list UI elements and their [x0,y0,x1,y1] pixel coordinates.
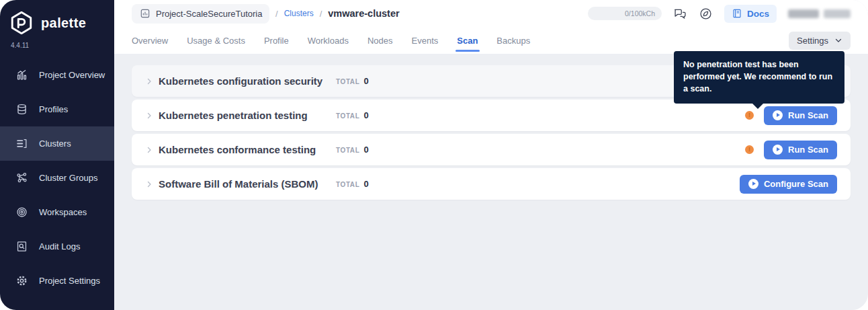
app-version: 4.4.11 [0,36,114,49]
sidebar-item-label: Clusters [39,139,71,149]
run-scan-button[interactable]: Run Scan [764,141,837,159]
sidebar-item-label: Workspaces [39,207,87,217]
sidebar-item-profiles[interactable]: Profiles [0,92,114,126]
scan-row-total: TOTAL 0 [336,76,369,86]
configure-scan-label: Configure Scan [764,179,828,189]
chevron-right-icon[interactable] [145,180,153,188]
play-icon [773,110,783,120]
total-value: 0 [363,179,368,189]
warning-icon[interactable]: ! [745,111,754,120]
tab-bar: Overview Usage & Costs Profile Workloads… [114,27,868,54]
total-value: 0 [363,76,368,86]
sidebar-nav: Project Overview Profiles [0,58,114,298]
breadcrumb-clusters-link[interactable]: Clusters [284,9,314,18]
total-label: TOTAL [336,181,359,188]
topbar: Project-ScaleSecureTutoria / Clusters / … [114,0,868,54]
run-scan-button[interactable]: Run Scan [764,106,837,125]
tab-overview[interactable]: Overview [132,27,168,54]
total-value: 0 [363,110,368,120]
book-icon [732,8,742,19]
tab-profile[interactable]: Profile [264,27,289,54]
header-actions: 0/100kCh [588,5,851,23]
play-icon [773,145,783,155]
breadcrumb-separator: / [320,9,322,19]
scan-row-penetration-testing: Kubernetes penetration testing TOTAL 0 !… [132,100,851,131]
mini-chart-icon [140,8,150,19]
tab-backups[interactable]: Backups [496,27,530,54]
cluster-tabs: Overview Usage & Costs Profile Workloads… [132,27,530,54]
sidebar-item-workspaces[interactable]: Workspaces [0,195,114,229]
scan-row-title: Kubernetes configuration security [159,75,336,87]
brand-name: palette [41,15,86,31]
sidebar: palette 4.4.11 Project Overview [0,0,114,310]
chevron-right-icon[interactable] [145,112,153,120]
play-icon [748,179,758,189]
run-scan-label: Run Scan [788,110,828,120]
doc-search-icon [15,240,28,254]
main-area: Project-ScaleSecureTutoria / Clusters / … [114,0,868,310]
scan-row-conformance-testing: Kubernetes conformance testing TOTAL 0 !… [132,134,851,165]
sidebar-item-clusters[interactable]: Clusters [0,126,114,161]
sidebar-item-label: Audit Logs [39,241,80,251]
brand: palette [0,0,114,36]
sidebar-item-audit-logs[interactable]: Audit Logs [0,229,114,264]
docs-button[interactable]: Docs [724,5,777,23]
usage-meter-value: 0/100kCh [625,9,655,17]
redacted-block [824,9,851,18]
tab-events[interactable]: Events [412,27,439,54]
app-window: palette 4.4.11 Project Overview [0,0,868,310]
scan-row-sbom: Software Bill of Materials (SBOM) TOTAL … [132,168,851,200]
scan-row-title: Software Bill of Materials (SBOM) [159,178,336,190]
redacted-block [788,9,819,18]
sidebar-item-label: Project Settings [39,276,100,286]
sidebar-item-project-settings[interactable]: Project Settings [0,264,114,298]
chat-icon[interactable] [673,7,687,21]
tab-workloads[interactable]: Workloads [308,27,349,54]
chevron-right-icon[interactable] [145,146,153,154]
tab-nodes[interactable]: Nodes [367,27,393,54]
penetration-test-tooltip: No penetration test has been performed y… [674,51,844,104]
total-label: TOTAL [336,112,359,120]
settings-button[interactable]: Settings [789,32,851,50]
total-label: TOTAL [336,78,359,85]
bar-chart-icon [15,69,28,82]
scan-row-title: Kubernetes conformance testing [159,144,336,155]
settings-label: Settings [797,36,828,46]
scan-row-total: TOTAL 0 [336,145,369,155]
project-name: Project-ScaleSecureTutoria [156,9,262,19]
docs-label: Docs [747,9,769,19]
redacted-user-info [788,9,851,18]
scan-row-total: TOTAL 0 [336,179,369,189]
sidebar-item-cluster-groups[interactable]: Cluster Groups [0,161,114,195]
network-icon [15,171,28,185]
total-value: 0 [363,145,368,155]
sidebar-item-label: Project Overview [39,70,105,80]
sidebar-item-label: Profiles [39,104,68,114]
target-icon [15,206,28,219]
chevron-right-icon[interactable] [145,77,153,85]
sidebar-item-project-overview[interactable]: Project Overview [0,58,114,92]
scan-row-title: Kubernetes penetration testing [159,110,336,121]
gear-icon [15,274,28,288]
cluster-list-icon [15,137,28,151]
tooltip-text: No penetration test has been performed y… [683,60,832,93]
configure-scan-button[interactable]: Configure Scan [740,175,837,194]
run-scan-label: Run Scan [788,145,828,155]
scan-row-total: TOTAL 0 [336,110,369,120]
tab-usage-costs[interactable]: Usage & Costs [187,27,245,54]
palette-logo-icon [9,10,34,36]
project-selector[interactable]: Project-ScaleSecureTutoria [132,4,269,24]
total-label: TOTAL [336,147,359,154]
chevron-down-icon [834,36,842,44]
tab-scan[interactable]: Scan [457,27,478,54]
compass-icon[interactable] [699,7,713,21]
usage-meter: 0/100kCh [588,7,662,20]
breadcrumb-separator: / [275,9,278,19]
sidebar-item-label: Cluster Groups [39,173,97,183]
breadcrumb-current-cluster: vmware-cluster [328,8,399,19]
layers-icon [15,103,28,116]
warning-icon[interactable]: ! [745,145,754,154]
breadcrumb-bar: Project-ScaleSecureTutoria / Clusters / … [114,0,868,27]
